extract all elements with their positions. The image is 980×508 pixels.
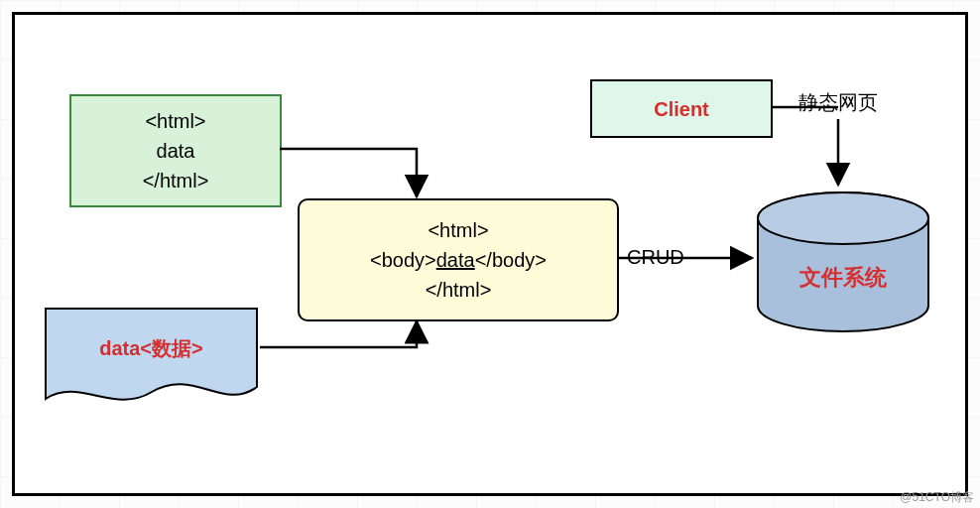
watermark: @51CTO博客: [900, 489, 974, 506]
merged-line1: <html>: [370, 215, 547, 245]
html-template-box: <html> data </html>: [69, 94, 282, 207]
template-line2: data: [143, 136, 209, 166]
crud-label: CRUD: [627, 246, 684, 269]
svg-point-1: [758, 192, 928, 244]
cylinder-label: 文件系统: [754, 263, 932, 293]
data-doc-label: data<数据>: [45, 335, 258, 362]
static-page-label: 静态网页: [798, 89, 878, 116]
merged-line3: </html>: [370, 275, 547, 305]
file-system-cylinder: 文件系统: [754, 189, 932, 327]
merged-line2: <body>data</body>: [370, 245, 547, 275]
client-label: Client: [654, 94, 709, 124]
template-line1: <html>: [143, 106, 209, 136]
data-document: data<数据>: [45, 308, 258, 407]
template-line3: </html>: [143, 166, 209, 195]
client-box: Client: [590, 79, 773, 138]
merged-output-box: <html> <body>data</body> </html>: [298, 198, 619, 321]
